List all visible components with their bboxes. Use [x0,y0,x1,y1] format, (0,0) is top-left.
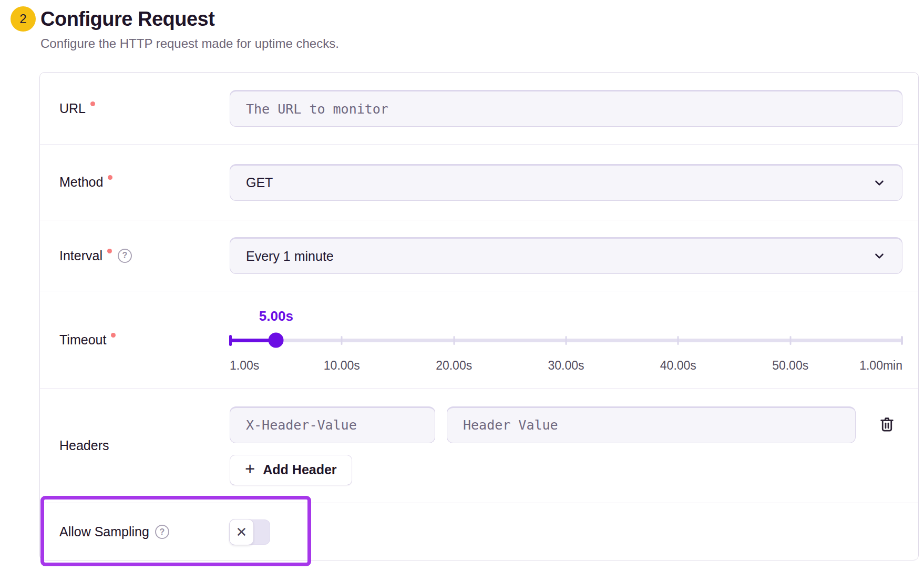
slider-tick-label: 20.00s [436,359,472,373]
url-label-text: URL [59,101,86,116]
interval-row: Interval ? Every 1 minute [40,220,918,291]
interval-select[interactable]: Every 1 minute [230,237,902,274]
timeout-slider-value: 5.00s [259,308,293,324]
slider-tick [677,336,679,345]
required-indicator [111,333,116,338]
page-title: Configure Request [40,5,339,33]
method-select-value: GET [246,175,273,190]
required-indicator [107,249,112,253]
timeout-slider-track[interactable] [230,339,902,342]
required-indicator [108,175,112,180]
timeout-label: Timeout [40,332,230,348]
required-indicator [90,101,95,106]
interval-label: Interval ? [40,248,230,263]
method-label: Method [40,175,230,190]
headers-label: Headers [40,438,230,453]
timeout-slider-handle[interactable] [269,333,284,348]
toggle-knob: ✕ [230,519,253,545]
url-label: URL [40,101,230,116]
slider-tick [341,336,343,345]
slider-tick-label: 50.00s [772,359,808,373]
timeout-slider-labels: 1.00s 10.00s 20.00s 30.00s 40.00s 50.00s… [230,359,902,374]
help-icon[interactable]: ? [155,525,169,539]
url-input[interactable] [230,90,902,127]
page-subtitle: Configure the HTTP request made for upti… [40,36,339,51]
slider-tick [453,336,455,345]
allow-sampling-label: Allow Sampling ? [40,524,230,539]
add-header-button-label: Add Header [263,462,336,477]
method-row: Method GET [40,144,918,220]
configure-request-card: URL Method GET Interval ? [39,72,919,560]
interval-select-value: Every 1 minute [246,249,334,264]
slider-end-cap [901,336,903,345]
method-label-text: Method [59,175,103,190]
timeout-label-text: Timeout [59,332,106,348]
allow-sampling-label-text: Allow Sampling [59,524,149,539]
plus-icon: + [245,460,255,477]
timeout-slider[interactable]: 5.00s 1.00s 10.00s 20.00s 30.00s [230,291,902,389]
url-row: URL [40,73,918,144]
slider-tick-label: 1.00min [859,359,902,373]
trash-icon [879,415,895,434]
add-header-button[interactable]: + Add Header [230,455,352,485]
slider-tick [789,336,791,345]
header-value-input[interactable] [447,406,856,443]
allow-sampling-toggle[interactable]: ✕ [230,519,270,545]
slider-tick [566,336,567,345]
delete-header-button[interactable] [875,413,898,436]
interval-label-text: Interval [59,248,102,263]
close-icon: ✕ [236,525,248,539]
help-icon[interactable]: ? [118,249,132,263]
header-key-input[interactable] [230,406,435,443]
headers-row: Headers [40,388,918,503]
chevron-down-icon [872,249,886,263]
slider-tick-label: 1.00s [230,359,259,373]
headers-label-text: Headers [59,438,109,453]
method-select[interactable]: GET [230,164,902,201]
step-number-badge: 2 [11,6,36,32]
chevron-down-icon [872,176,886,190]
timeout-row: Timeout 5.00s 1.00s 10 [40,291,918,388]
slider-tick-label: 40.00s [660,359,696,373]
step-header: 2 Configure Request Configure the HTTP r… [11,5,339,51]
slider-tick-label: 10.00s [324,359,360,373]
slider-tick-label: 30.00s [548,359,584,373]
header-entry-row [230,406,902,443]
allow-sampling-row: Allow Sampling ? ✕ [40,503,918,560]
